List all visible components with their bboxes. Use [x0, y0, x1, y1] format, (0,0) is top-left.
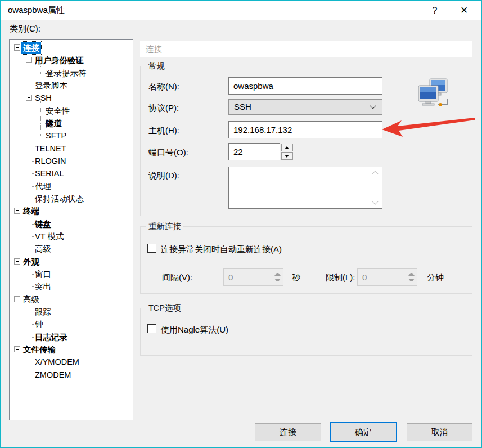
description-textarea[interactable] — [228, 167, 382, 209]
tree-item[interactable]: RLOGIN — [10, 155, 133, 167]
tree-connector — [29, 362, 34, 362]
category-label: 类别(C): — [10, 24, 40, 34]
close-button[interactable]: ✕ — [452, 1, 476, 20]
tree-item[interactable]: 保持活动状态 — [10, 192, 133, 205]
tree-item-label: 键盘 — [35, 218, 51, 230]
nagle-checkbox[interactable] — [147, 324, 156, 333]
tree-connector — [29, 337, 34, 338]
collapse-minus-icon[interactable] — [14, 346, 20, 352]
tree-item[interactable]: 安全性 — [10, 105, 133, 117]
spin-up-button[interactable] — [281, 144, 293, 151]
tree-item[interactable]: 键盘 — [10, 218, 133, 230]
description-label: 说明(D): — [148, 171, 179, 181]
tree-item-label: 窗口 — [35, 268, 51, 280]
host-input[interactable] — [228, 121, 382, 138]
tree-item-label: 外观 — [23, 256, 39, 268]
tree-item-label: 隧道 — [46, 117, 62, 129]
tree-connector — [40, 123, 46, 124]
tree-item[interactable]: X/YMODEM — [10, 356, 133, 368]
tree-item-label: 安全性 — [46, 105, 70, 117]
tree-item[interactable]: 登录脚本 — [10, 79, 133, 92]
tree-item-label: ZMODEM — [35, 369, 71, 381]
interval-unit-label: 秒 — [292, 272, 300, 283]
tree-item[interactable]: 日志记录 — [10, 331, 133, 343]
category-tree[interactable]: 连接用户身份验证登录提示符登录脚本SSH安全性隧道SFTPTELNETRLOGI… — [9, 39, 133, 420]
tree-connector — [29, 186, 34, 187]
panel-header-text: 连接 — [140, 41, 472, 57]
tree-item-label: RLOGIN — [35, 155, 66, 167]
tree-item[interactable]: 钟 — [10, 318, 133, 330]
ok-button[interactable]: 确定 — [330, 422, 397, 442]
tree-item[interactable]: 跟踪 — [10, 306, 133, 318]
tree-item[interactable]: VT 模式 — [10, 230, 133, 243]
host-label: 主机(H): — [148, 126, 179, 136]
interval-label: 间隔(V): — [162, 272, 192, 283]
name-input[interactable] — [228, 77, 382, 95]
tree-item-label: 代理 — [35, 180, 51, 192]
tree-item[interactable]: ZMODEM — [10, 369, 133, 381]
tree-item-label: SFTP — [46, 129, 66, 142]
limit-label: 限制(L): — [326, 272, 355, 283]
chevron-down-icon — [370, 102, 376, 109]
tree-connector — [29, 86, 34, 86]
spin-down-button[interactable] — [281, 152, 293, 160]
collapse-minus-icon[interactable] — [14, 258, 20, 265]
triangle-up-icon — [408, 273, 415, 276]
collapse-minus-icon[interactable] — [14, 208, 20, 214]
tree-item[interactable]: 文件传输 — [10, 343, 133, 356]
help-button[interactable]: ? — [422, 1, 447, 20]
tree-item[interactable]: SFTP — [10, 129, 133, 142]
tree-item[interactable]: 连接 — [10, 42, 133, 54]
tree-connector — [29, 161, 34, 162]
scroll-up-icon — [372, 171, 378, 177]
tree-item-label: 文件传输 — [23, 343, 56, 356]
tree-item[interactable]: SERIAL — [10, 167, 133, 180]
protocol-select[interactable]: SSH — [228, 99, 382, 115]
auto-reconnect-label: 连接异常关闭时自动重新连接(A) — [161, 244, 282, 255]
port-spinner — [281, 144, 293, 160]
tree-item[interactable]: 外观 — [10, 256, 133, 268]
tree-item-label: 保持活动状态 — [35, 192, 84, 205]
collapse-minus-icon[interactable] — [14, 44, 20, 51]
scroll-down-icon — [372, 198, 378, 204]
auto-reconnect-checkbox[interactable] — [147, 244, 156, 253]
interval-spinner: 0 — [223, 268, 283, 286]
dialog-title: owaspbwa属性 — [8, 5, 65, 16]
tree-connector — [29, 274, 34, 275]
tree-connector — [29, 199, 34, 199]
tree-item[interactable]: SSH — [10, 92, 133, 104]
tree-item-label: 登录脚本 — [35, 79, 67, 92]
tree-item[interactable]: 登录提示符 — [10, 67, 133, 79]
port-input[interactable] — [228, 143, 280, 160]
tree-item-label: 日志记录 — [35, 331, 67, 343]
tree-item-label: 用户身份验证 — [35, 54, 84, 66]
tree-connector — [29, 149, 34, 149]
collapse-minus-icon[interactable] — [14, 296, 20, 302]
group-tcp-legend: TCP选项 — [146, 303, 183, 313]
tree-item[interactable]: 代理 — [10, 180, 133, 192]
group-general-legend: 常规 — [146, 61, 167, 71]
tree-connector — [40, 136, 46, 136]
tree-item[interactable]: 用户身份验证 — [10, 54, 133, 66]
tree-item[interactable]: 高级 — [10, 293, 133, 306]
tree-item[interactable]: 隧道 — [10, 117, 133, 129]
tree-item[interactable]: TELNET — [10, 142, 133, 155]
collapse-minus-icon[interactable] — [26, 95, 32, 101]
tree-item[interactable]: 突出 — [10, 280, 133, 293]
title-bar: owaspbwa属性 ? ✕ — [1, 1, 481, 20]
tree-item[interactable]: 窗口 — [10, 268, 133, 280]
tree-item-label: 登录提示符 — [46, 67, 87, 79]
tree-item-label: 高级 — [35, 243, 51, 255]
tree-item[interactable]: 终端 — [10, 205, 133, 217]
category-tree-inner: 连接用户身份验证登录提示符登录脚本SSH安全性隧道SFTPTELNETRLOGI… — [10, 40, 133, 420]
triangle-down-icon — [285, 155, 289, 158]
tree-connector — [29, 312, 34, 312]
cancel-button[interactable]: 取消 — [407, 423, 472, 441]
tree-item[interactable]: 高级 — [10, 243, 133, 255]
group-reconnect: 重新连接 — [140, 226, 472, 294]
triangle-down-icon — [274, 279, 281, 281]
tree-connector — [29, 324, 34, 325]
collapse-minus-icon[interactable] — [26, 57, 32, 63]
limit-value: 0 — [362, 269, 367, 285]
connect-button[interactable]: 连接 — [255, 423, 321, 441]
